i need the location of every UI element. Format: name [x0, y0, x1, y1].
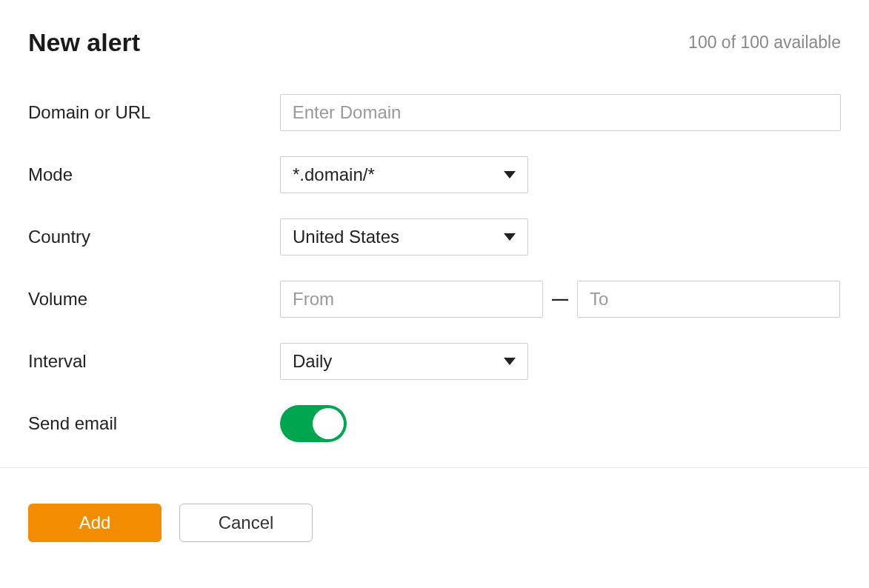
chevron-down-icon	[504, 171, 516, 178]
page-title: New alert	[28, 28, 140, 57]
country-label: Country	[28, 227, 280, 247]
interval-select[interactable]: Daily	[280, 343, 528, 380]
toggle-knob	[313, 408, 344, 439]
interval-value: Daily	[293, 351, 504, 372]
domain-input[interactable]	[280, 94, 841, 131]
volume-row: Volume —	[28, 281, 841, 318]
country-value: United States	[293, 227, 504, 247]
domain-label: Domain or URL	[28, 102, 280, 123]
volume-from-input[interactable]	[280, 281, 543, 318]
interval-label: Interval	[28, 351, 280, 372]
volume-group: —	[280, 281, 840, 318]
domain-row: Domain or URL	[28, 94, 841, 131]
chevron-down-icon	[504, 358, 516, 365]
country-select[interactable]: United States	[280, 218, 528, 255]
interval-row: Interval Daily	[28, 343, 841, 380]
form-header: New alert 100 of 100 available	[28, 28, 841, 57]
country-row: Country United States	[28, 218, 841, 255]
mode-select[interactable]: *.domain/*	[280, 156, 528, 193]
send-email-label: Send email	[28, 413, 280, 434]
cancel-button[interactable]: Cancel	[179, 504, 313, 542]
send-email-row: Send email	[28, 405, 841, 442]
send-email-toggle[interactable]	[280, 405, 347, 442]
mode-row: Mode *.domain/*	[28, 156, 841, 193]
volume-label: Volume	[28, 289, 280, 310]
divider	[0, 467, 869, 468]
action-bar: Add Cancel	[28, 504, 841, 542]
range-separator: —	[552, 290, 568, 309]
chevron-down-icon	[504, 233, 516, 241]
mode-value: *.domain/*	[293, 164, 504, 185]
mode-label: Mode	[28, 164, 280, 185]
volume-to-input[interactable]	[577, 281, 840, 318]
add-button[interactable]: Add	[28, 504, 162, 542]
available-count: 100 of 100 available	[688, 33, 841, 53]
